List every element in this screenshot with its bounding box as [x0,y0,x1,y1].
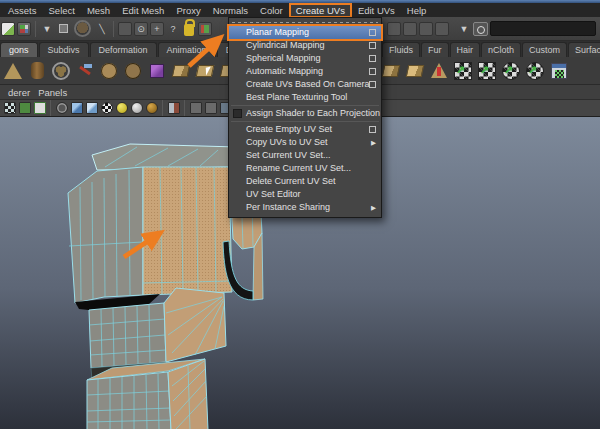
panel-menu-panels[interactable]: Panels [38,87,67,98]
component-mode-icon[interactable]: ╲ [95,22,109,36]
shelf-tab-hair[interactable]: Hair [450,42,481,57]
menu-help[interactable]: Help [401,4,433,17]
poly-helix-icon[interactable] [50,60,72,82]
quick-help-icon[interactable] [473,22,488,36]
shelf-tab-polygons[interactable]: gons [0,42,38,57]
shelf-tab-fluids[interactable]: Fluids [382,42,420,57]
option-box[interactable] [369,68,376,75]
poly-sphere2-icon[interactable] [122,60,144,82]
render-settings-icon[interactable] [435,22,449,36]
field-type-dropdown[interactable]: ▼ [457,22,471,36]
menu-item-per-instance-sharing[interactable]: Per Instance Sharing ▶ [229,201,381,214]
isolate-select-icon[interactable] [168,102,180,114]
use-all-lights-icon[interactable] [101,102,113,114]
shelf-tab-deformation[interactable]: Deformation [90,42,157,57]
menu-item-copy-uvs-to-uv-set[interactable]: Copy UVs to UV Set ▶ [229,136,381,149]
menu-item-uv-set-editor[interactable]: UV Set Editor [229,188,381,201]
menu-normals[interactable]: Normals [207,4,254,17]
interactive-split-icon[interactable] [194,60,216,82]
option-box[interactable] [369,126,376,133]
poly-cylinder-icon[interactable] [26,60,48,82]
menu-item-label: Set Current UV Set... [246,150,331,160]
menu-item-delete-current-uv-set[interactable]: Delete Current UV Set [229,175,381,188]
menu-separator [231,121,379,122]
render-view-icon[interactable] [387,22,401,36]
menu-color[interactable]: Color [254,4,289,17]
shelf-tab-ncloth[interactable]: nCloth [481,42,521,57]
planar-mapping-shelf-icon[interactable]: ↗ [452,60,474,82]
default-light-icon[interactable] [116,102,128,114]
no-lights-icon[interactable] [131,102,143,114]
shaded-mode-icon[interactable] [71,102,83,114]
construction-history-icon[interactable] [198,22,212,36]
curve-tool-icon[interactable] [74,60,96,82]
xray-joints-icon[interactable] [205,102,217,114]
menu-item-spherical-mapping[interactable]: Spherical Mapping [229,52,381,65]
poly-cone-icon[interactable] [2,60,24,82]
menu-item-label: Copy UVs to UV Set [246,137,328,147]
option-box[interactable] [369,42,376,49]
menu-item-set-current-uv-set[interactable]: Set Current UV Set... [229,149,381,162]
snap-grid-icon[interactable] [118,22,132,36]
menu-item-label: Per Instance Sharing [246,202,330,212]
menu-item-assign-shader-to-each-projection[interactable]: Assign Shader to Each Projection [229,107,381,120]
wireframe-mode-icon[interactable] [56,102,68,114]
option-box[interactable] [369,29,376,36]
menu-item-rename-current-uv-set[interactable]: Rename Current UV Set... [229,162,381,175]
menu-item-create-empty-uv-set[interactable]: Create Empty UV Set [229,123,381,136]
command-line-input[interactable] [490,21,596,36]
layout-shortcut-icon[interactable] [17,22,31,36]
film-gate-icon[interactable] [34,102,46,114]
snap-help-icon[interactable]: ? [166,22,180,36]
menu-item-automatic-mapping[interactable]: Automatic Mapping [229,65,381,78]
texture-view-icon[interactable] [4,102,16,114]
poly-plane-icon[interactable] [170,60,192,82]
menu-item-cylindrical-mapping[interactable]: Cylindrical Mapping [229,39,381,52]
menu-item-label: Cylindrical Mapping [246,40,325,50]
sculpt-tool-icon[interactable] [380,60,402,82]
poly-cube-icon[interactable] [146,60,168,82]
smooth-tool-icon[interactable] [404,60,426,82]
highlight-mode-icon[interactable] [56,22,70,36]
selection-mask-dropdown[interactable]: ▼ [40,22,54,36]
menu-select[interactable]: Select [43,4,81,17]
menu-item-label: UV Set Editor [246,189,301,199]
scene-file-icon[interactable] [1,22,15,36]
menu-mesh[interactable]: Mesh [81,4,116,17]
menu-proxy[interactable]: Proxy [170,4,206,17]
menu-item-planar-mapping[interactable]: Planar Mapping [229,26,381,39]
snap-point-icon[interactable]: + [150,22,164,36]
menu-assets[interactable]: Assets [2,4,43,17]
shelf-tab-custom[interactable]: Custom [522,42,567,57]
menu-tearoff-handle[interactable] [232,19,378,25]
automatic-mapping-shelf-icon[interactable]: ↗ [524,60,546,82]
grid-toggle-icon[interactable] [19,102,31,114]
menu-item-best-plane-texturing-tool[interactable]: Best Plane Texturing Tool [229,91,381,104]
lock-icon[interactable] [182,22,196,36]
snap-curve-icon[interactable]: ⊙ [134,22,148,36]
shelf-tab-animation[interactable]: Animation [158,42,216,57]
menu-edit-mesh[interactable]: Edit Mesh [116,4,170,17]
shelf-tab-fur[interactable]: Fur [421,42,449,57]
spike-tool-icon[interactable] [428,60,450,82]
menu-edit-uvs[interactable]: Edit UVs [352,4,401,17]
ipr-render-icon[interactable] [419,22,433,36]
shelf-tab-subdivs[interactable]: Subdivs [39,42,89,57]
shelf-tab-surfaces[interactable]: Surfacesa03 [568,42,600,57]
spherical-mapping-shelf-icon[interactable]: ↗ [500,60,522,82]
shadows-icon[interactable] [146,102,158,114]
uv-editor-shelf-icon[interactable] [548,60,570,82]
cylindrical-mapping-shelf-icon[interactable]: ↗ [476,60,498,82]
option-box[interactable] [369,81,376,88]
render-current-frame-icon[interactable] [403,22,417,36]
menu-item-label: Assign Shader to Each Projection [246,108,380,118]
option-box[interactable] [369,55,376,62]
xray-icon[interactable] [190,102,202,114]
checkbox[interactable] [233,109,242,118]
poly-sphere-icon[interactable] [98,60,120,82]
textured-mode-icon[interactable] [86,102,98,114]
object-mode-icon[interactable] [74,20,91,37]
panel-menu-renderer[interactable]: derer [8,87,30,98]
menu-create-uvs[interactable]: Create UVs [289,3,352,18]
menu-item-create-uvs-based-on-camera[interactable]: Create UVs Based On Camera [229,78,381,91]
